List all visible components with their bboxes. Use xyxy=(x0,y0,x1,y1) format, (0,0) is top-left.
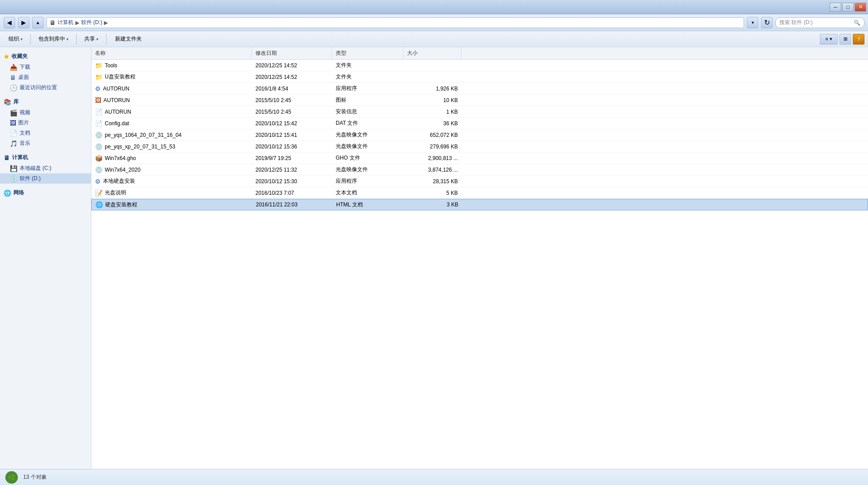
file-icon: 📄 xyxy=(95,120,103,127)
sidebar-item-recent[interactable]: 🕒 最近访问的位置 xyxy=(0,82,91,93)
file-modified-cell: 2020/12/25 14:52 xyxy=(252,74,332,80)
refresh-button[interactable]: ↻ xyxy=(761,17,773,29)
share-button[interactable]: 共享 ▾ xyxy=(79,33,103,45)
recent-icon: 🕒 xyxy=(10,84,17,91)
file-name-cell: ⚙ 本地硬盘安装 xyxy=(91,177,252,185)
search-icon[interactable]: 🔍 xyxy=(854,20,860,26)
file-icon: 💿 xyxy=(95,166,103,173)
file-name-cell: 📝 光盘说明 xyxy=(91,189,252,197)
sidebar-network-header[interactable]: 🌐 网络 xyxy=(0,187,91,198)
help-button[interactable]: ? xyxy=(853,34,864,45)
file-icon: ⚙ xyxy=(95,178,101,185)
file-size-cell: 3 KB xyxy=(404,201,462,208)
table-row[interactable]: 📦 Win7x64.gho 2019/9/7 19:25 GHO 文件 2,90… xyxy=(91,152,868,164)
include-arrow: ▾ xyxy=(66,37,69,41)
sidebar-item-docs[interactable]: 📄 文档 xyxy=(0,128,91,138)
sidebar-item-video[interactable]: 🎬 视频 xyxy=(0,107,91,118)
table-row[interactable]: 🌐 硬盘安装教程 2016/11/21 22:03 HTML 文档 3 KB xyxy=(91,199,868,210)
col-modified-header[interactable]: 修改日期 xyxy=(252,47,332,59)
table-row[interactable]: ⚙ 本地硬盘安装 2020/10/12 15:30 应用程序 28,315 KB xyxy=(91,176,868,187)
table-row[interactable]: 🖼 AUTORUN 2015/5/10 2:45 图标 10 KB xyxy=(91,95,868,106)
breadcrumb-sep1: ▶ xyxy=(75,20,79,26)
file-name: U盘安装教程 xyxy=(105,73,136,81)
file-name-cell: 📄 AUTORUN xyxy=(91,108,252,115)
sidebar-item-software-d[interactable]: 💿 软件 (D:) xyxy=(0,173,91,184)
search-bar[interactable]: 搜索 软件 (D:) 🔍 xyxy=(775,17,864,28)
file-icon: 💿 xyxy=(95,132,103,139)
organize-button[interactable]: 组织 ▾ xyxy=(4,33,28,45)
file-size-cell: 3,874,126 ... xyxy=(403,167,461,173)
sidebar-computer-header[interactable]: 🖥 计算机 xyxy=(0,152,91,163)
file-name: Tools xyxy=(105,62,117,69)
breadcrumb-computer[interactable]: 计算机 xyxy=(58,19,74,26)
sidebar-item-local-c[interactable]: 💾 本地磁盘 (C:) xyxy=(0,163,91,173)
search-placeholder: 搜索 软件 (D:) xyxy=(779,19,852,26)
file-icon: 📝 xyxy=(95,189,103,197)
file-modified-cell: 2020/12/25 14:52 xyxy=(252,62,332,69)
sidebar-item-music[interactable]: 🎵 音乐 xyxy=(0,138,91,148)
preview-pane-button[interactable]: ⊞ xyxy=(839,34,851,45)
downloads-label: 下载 xyxy=(20,63,30,71)
file-type-cell: DAT 文件 xyxy=(332,119,403,127)
table-row[interactable]: ⚙ AUTORUN 2016/1/8 4:54 应用程序 1,926 KB xyxy=(91,83,868,95)
downloads-icon: 📥 xyxy=(10,64,17,71)
file-modified-cell: 2016/1/8 4:54 xyxy=(252,86,332,92)
computer-sidebar-label: 计算机 xyxy=(12,154,28,161)
sidebar-item-downloads[interactable]: 📥 下载 xyxy=(0,62,91,72)
close-button[interactable]: ✕ xyxy=(855,3,866,12)
file-name-cell: 💿 Win7x64_2020 xyxy=(91,166,252,173)
sidebar-favorites-header[interactable]: ★ 收藏夹 xyxy=(0,51,91,62)
col-name-header[interactable]: 名称 xyxy=(91,47,252,59)
view-button[interactable]: ≡ ▾ xyxy=(820,34,838,45)
minimize-button[interactable]: ─ xyxy=(830,3,841,12)
file-size-cell: 10 KB xyxy=(403,97,461,103)
software-d-label: 软件 (D:) xyxy=(20,175,41,182)
table-row[interactable]: 💿 pe_yqs_1064_20_07_31_16_04 2020/10/12 … xyxy=(91,129,868,141)
back-button[interactable]: ◀ xyxy=(4,17,15,29)
table-row[interactable]: 📄 Config.dat 2020/10/12 15:42 DAT 文件 36 … xyxy=(91,118,868,129)
breadcrumb-software[interactable]: 软件 (D:) xyxy=(81,19,102,26)
col-type-header[interactable]: 类型 xyxy=(332,47,403,59)
share-label: 共享 xyxy=(84,35,95,43)
toolbar-sep2 xyxy=(76,34,77,45)
star-icon: ★ xyxy=(4,53,9,60)
table-row[interactable]: 💿 pe_yqs_xp_20_07_31_15_53 2020/10/12 15… xyxy=(91,141,868,152)
file-name: 硬盘安装教程 xyxy=(105,201,137,209)
file-type-cell: GHO 文件 xyxy=(332,154,403,162)
addressbar: ◀ ▶ ▲ 🖥 计算机 ▶ 软件 (D:) ▶ ▾ ↻ 搜索 软件 (D:) 🔍 xyxy=(0,14,868,31)
breadcrumb-dropdown[interactable]: ▾ xyxy=(747,17,758,29)
table-row[interactable]: 📁 U盘安装教程 2020/12/25 14:52 文件夹 xyxy=(91,71,868,83)
window-controls: ─ □ ✕ xyxy=(830,3,866,12)
include-in-library-button[interactable]: 包含到库中 ▾ xyxy=(33,33,74,45)
new-folder-button[interactable]: 新建文件夹 xyxy=(109,33,148,45)
table-row[interactable]: 💿 Win7x64_2020 2020/12/25 11:32 光盘映像文件 3… xyxy=(91,164,868,176)
status-app-icon: 🌿 xyxy=(5,471,18,484)
sidebar-library-section: 📚 库 🎬 视频 🖼 图片 📄 文档 🎵 音乐 xyxy=(0,96,91,148)
file-modified-cell: 2020/10/12 15:41 xyxy=(252,132,332,138)
file-modified-cell: 2016/11/21 22:03 xyxy=(252,201,333,208)
file-modified-cell: 2020/10/12 15:36 xyxy=(252,144,332,150)
forward-button[interactable]: ▶ xyxy=(18,17,29,29)
file-size-cell: 652,072 KB xyxy=(403,132,461,138)
sidebar-library-header[interactable]: 📚 库 xyxy=(0,96,91,107)
table-row[interactable]: 📄 AUTORUN 2015/5/10 2:45 安装信息 1 KB xyxy=(91,106,868,118)
sidebar-item-images[interactable]: 🖼 图片 xyxy=(0,118,91,128)
col-size-header[interactable]: 大小 xyxy=(403,47,461,59)
up-button[interactable]: ▲ xyxy=(32,17,44,29)
table-row[interactable]: 📁 Tools 2020/12/25 14:52 文件夹 xyxy=(91,60,868,71)
toolbar: 组织 ▾ 包含到库中 ▾ 共享 ▾ 新建文件夹 ≡ ▾ ⊞ ? xyxy=(0,31,868,47)
maximize-button[interactable]: □ xyxy=(842,3,854,12)
sidebar-item-desktop[interactable]: 🖥 桌面 xyxy=(0,72,91,82)
file-name-cell: 💿 pe_yqs_1064_20_07_31_16_04 xyxy=(91,132,252,139)
file-name: Config.dat xyxy=(105,120,129,127)
network-label: 网络 xyxy=(13,189,24,197)
favorites-label: 收藏夹 xyxy=(12,53,28,60)
local-c-icon: 💾 xyxy=(10,165,17,172)
table-row[interactable]: 📝 光盘说明 2016/10/23 7:07 文本文档 5 KB xyxy=(91,187,868,199)
column-header: 名称 修改日期 类型 大小 xyxy=(91,47,868,60)
file-type-cell: 安装信息 xyxy=(332,108,403,115)
include-label: 包含到库中 xyxy=(38,35,65,43)
file-icon: ⚙ xyxy=(95,85,101,92)
file-size-cell: 28,315 KB xyxy=(403,178,461,185)
file-type-cell: 文件夹 xyxy=(332,62,403,69)
